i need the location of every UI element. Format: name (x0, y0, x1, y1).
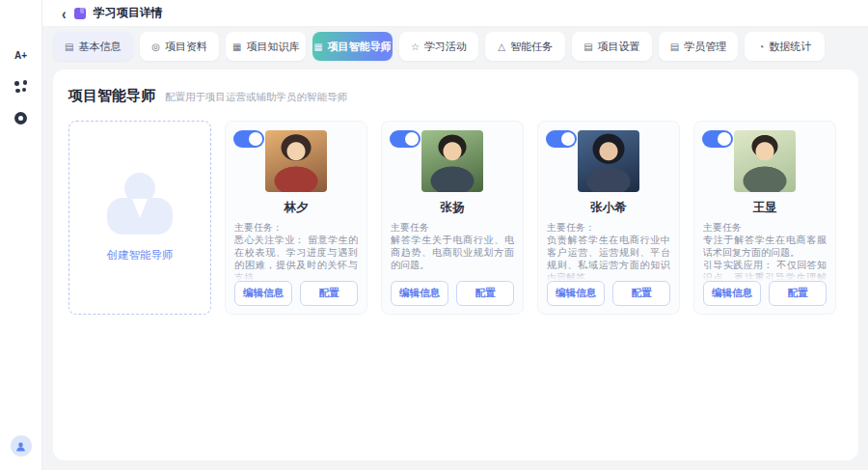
edit-info-button[interactable]: 编辑信息 (234, 281, 292, 306)
tab-learning-activities[interactable]: ☆ 学习活动 (399, 32, 479, 61)
mentor-avatar (421, 130, 483, 192)
mentor-card: 张扬 主要任务 解答学生关于电商行业、电商趋势、电商职业规划方面的问题。 场景（… (381, 121, 524, 315)
left-rail: A+ (0, 0, 42, 470)
clipboard-icon: ▤ (65, 41, 73, 52)
tab-label: 学员管理 (684, 40, 726, 54)
mentor-cards-row: 创建智能导师 林夕 主要任务： 悉心关注学业： 留意学生的在校表现、学习进度与遇… (68, 121, 843, 315)
toggle-knob (249, 132, 262, 146)
mentor-card: 林夕 主要任务： 悉心关注学业： 留意学生的在校表现、学习进度与遇到的困难，提供… (225, 121, 367, 315)
back-button[interactable]: ‹ (62, 5, 67, 21)
tab-label: 项目资料 (165, 40, 207, 54)
mentor-enabled-toggle[interactable] (233, 130, 264, 148)
tab-label: 项目智能导师 (328, 40, 392, 54)
tab-basic-info[interactable]: ▤ 基本信息 (53, 32, 133, 61)
mentor-description: 主要任务 解答学生关于电商行业、电商趋势、电商职业规划方面的问题。 场景（无需主… (391, 221, 514, 281)
card-actions: 编辑信息 配置 (391, 281, 514, 306)
configure-button[interactable]: 配置 (456, 281, 514, 306)
tab-ai-mentor[interactable]: ▦ 项目智能导师 (312, 32, 393, 61)
mentor-description: 主要任务： 负责解答学生在电商行业中客户运营、运营规则、平台规则、私域运营方面的… (547, 221, 670, 281)
card-actions: 编辑信息 配置 (703, 281, 827, 306)
star-icon: ☆ (411, 41, 420, 52)
create-mentor-label: 创建智能导师 (107, 248, 174, 263)
create-mentor-card[interactable]: 创建智能导师 (68, 121, 211, 315)
mentor-name: 林夕 (285, 200, 309, 216)
mentor-name: 王显 (753, 200, 777, 216)
pie-chart-icon: ◔ (758, 41, 764, 52)
tab-project-materials[interactable]: ◎ 项目资料 (140, 32, 220, 61)
tab-label: 基本信息 (79, 40, 122, 54)
configure-button[interactable]: 配置 (612, 281, 670, 306)
tab-label: 学习活动 (424, 40, 467, 54)
tab-label: 数据统计 (769, 40, 811, 54)
edit-info-button[interactable]: 编辑信息 (547, 281, 605, 306)
mentor-name: 张小希 (590, 200, 627, 216)
tab-project-settings[interactable]: ▤ 项目设置 (572, 32, 652, 61)
book-icon (74, 8, 86, 19)
tab-bar: ▤ 基本信息 ◎ 项目资料 ▦ 项目知识库 ▦ 项目智能导师 ☆ 学习活动 △ … (53, 32, 825, 61)
mentor-card: 王显 主要任务 专注于解答学生在电商客服话术回复方面的问题。 引导实践应用： 不… (693, 121, 836, 315)
record-icon[interactable] (14, 112, 27, 124)
grid-icon: ▦ (232, 41, 241, 52)
support-avatar-icon[interactable] (11, 435, 32, 456)
card-actions: 编辑信息 配置 (234, 281, 358, 306)
apps-dots-icon[interactable] (14, 80, 27, 93)
mentor-card: 张小希 主要任务： 负责解答学生在电商行业中客户运营、运营规则、平台规则、私域运… (537, 121, 680, 315)
section-subtitle: 配置用于项目运营或辅助学员的智能导师 (165, 91, 347, 104)
toggle-knob (405, 132, 419, 146)
tab-label: 项目知识库 (246, 40, 299, 54)
section-title: 项目智能导师 (68, 87, 155, 105)
grid-icon: ▦ (313, 41, 322, 52)
tab-label: 项目设置 (598, 40, 640, 54)
toggle-knob (561, 132, 575, 146)
list-icon: ▤ (583, 41, 592, 52)
list-icon: ▤ (670, 41, 679, 52)
mentor-avatar (578, 130, 639, 192)
page-header: ‹ 学习项目详情 (42, 0, 868, 27)
card-actions: 编辑信息 配置 (547, 281, 670, 306)
configure-button[interactable]: 配置 (300, 281, 358, 306)
tab-student-management[interactable]: ▤ 学员管理 (659, 32, 739, 61)
panel-header: 项目智能导师 配置用于项目运营或辅助学员的智能导师 (68, 87, 843, 105)
person-silhouette-icon (105, 173, 175, 231)
mentor-enabled-toggle[interactable] (546, 130, 577, 148)
edit-info-button[interactable]: 编辑信息 (703, 281, 761, 306)
tab-smart-tasks[interactable]: △ 智能任务 (485, 32, 565, 61)
configure-button[interactable]: 配置 (769, 281, 827, 306)
mentor-enabled-toggle[interactable] (390, 130, 420, 148)
target-icon: ◎ (151, 41, 160, 52)
tab-knowledge-base[interactable]: ▦ 项目知识库 (226, 32, 306, 61)
tab-data-statistics[interactable]: ◔ 数据统计 (745, 32, 825, 61)
mentor-enabled-toggle[interactable] (702, 130, 733, 148)
page-title: 学习项目详情 (94, 5, 163, 21)
mentor-description: 主要任务 专注于解答学生在电商客服话术回复方面的问题。 引导实践应用： 不仅回答… (703, 221, 827, 281)
tab-label: 智能任务 (510, 40, 553, 54)
mentor-name: 张扬 (441, 200, 465, 216)
main-panel: 项目智能导师 配置用于项目运营或辅助学员的智能导师 创建智能导师 林夕 主要任务… (53, 69, 858, 460)
mentor-avatar (265, 130, 327, 192)
edit-info-button[interactable]: 编辑信息 (391, 281, 448, 306)
toggle-knob (718, 132, 731, 146)
mentor-description: 主要任务： 悉心关注学业： 留意学生的在校表现、学习进度与遇到的困难，提供及时的… (234, 221, 358, 281)
bell-icon: △ (498, 41, 505, 52)
mentor-avatar (734, 130, 796, 192)
a-plus-logo-icon[interactable]: A+ (14, 50, 27, 61)
person-headset-icon (14, 440, 27, 453)
